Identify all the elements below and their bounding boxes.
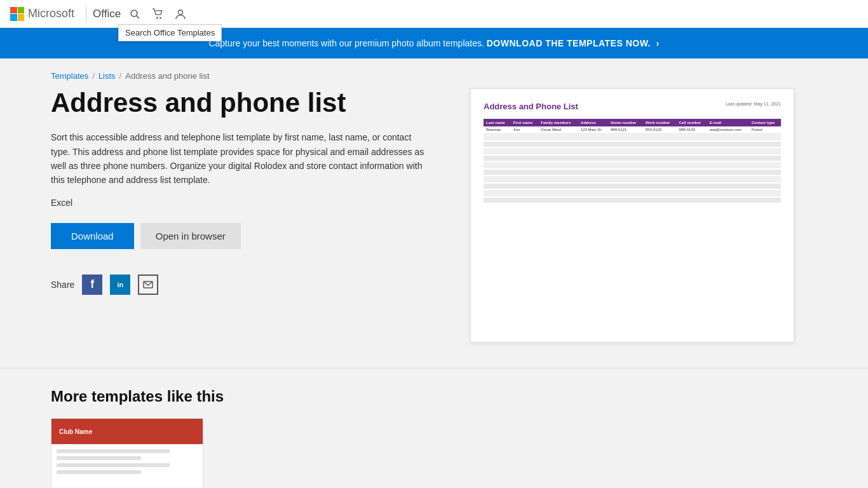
template-description: Sort this accessible address and telepho… [51, 130, 432, 187]
banner-cta[interactable]: DOWNLOAD THE TEMPLATES NOW. › [487, 38, 660, 48]
email-share-button[interactable] [138, 274, 158, 295]
preview-content: Address and Phone List Last updated: May… [484, 102, 781, 204]
template-info: Address and phone list Sort this accessi… [51, 88, 432, 295]
content-wrapper: Templates / Lists / Address and phone li… [0, 58, 868, 488]
col-family-members: Family members [538, 119, 578, 126]
template-card-1[interactable]: Club Name [51, 418, 203, 488]
cell-work: 555-0133 [643, 126, 677, 133]
download-button[interactable]: Download [51, 223, 134, 249]
linkedin-share-button[interactable]: in [110, 274, 130, 295]
col-email: E-mail [707, 119, 749, 126]
breadcrumb-current: Address and phone list [125, 71, 209, 81]
cell-email: aaa@contoso.com [707, 126, 749, 133]
cell-last-name: Bowman [484, 126, 511, 133]
more-templates-section: More templates like this Club Name [0, 368, 868, 488]
office-text: Office [93, 8, 121, 20]
header-icons [125, 4, 191, 24]
ms-logo-icon [10, 7, 24, 21]
cell-family: Oscar Ward [538, 126, 578, 133]
card-line-4 [57, 470, 141, 474]
search-tooltip: Search Office Templates [118, 24, 222, 41]
share-row: Share f in [51, 274, 432, 295]
preview-date: Last updated: May 11, 2021 [726, 102, 781, 106]
cell-cell: 888-0133 [677, 126, 707, 133]
template-detail: Address and phone list Sort this accessi… [0, 88, 868, 368]
table-row-empty-10 [484, 197, 781, 203]
table-row-empty-9 [484, 189, 781, 197]
col-first-name: First name [511, 119, 538, 126]
template-app-type: Excel [51, 198, 432, 208]
table-row-empty-4 [484, 155, 781, 161]
preview-table: Last name First name Family members Addr… [484, 119, 781, 204]
cart-button[interactable] [147, 4, 168, 24]
col-contact-type: Contact type [749, 119, 781, 126]
breadcrumb-lists-link[interactable]: Lists [98, 71, 116, 81]
col-address: Address [578, 119, 608, 126]
card-content-lines [51, 444, 203, 482]
microsoft-logo[interactable]: Microsoft [10, 7, 74, 21]
breadcrumb: Templates / Lists / Address and phone li… [0, 58, 868, 88]
table-row-empty-2 [484, 141, 781, 147]
cell-contact-type: Friend [749, 126, 781, 133]
table-row-empty-6 [484, 169, 781, 175]
cell-home: 888-0121 [608, 126, 643, 133]
table-row-empty-3 [484, 147, 781, 155]
col-cell-number: Cell number [677, 119, 707, 126]
preview-header-row: Address and Phone List Last updated: May… [484, 102, 781, 111]
breadcrumb-sep-2: / [119, 71, 122, 81]
table-row: Bowman Ann Oscar Ward 123 Main St. 888-0… [484, 126, 781, 133]
account-icon [175, 8, 186, 20]
table-row-empty-8 [484, 183, 781, 189]
card-line-3 [57, 463, 170, 467]
more-templates-title: More templates like this [51, 388, 817, 405]
preview-doc-title: Address and Phone List [484, 102, 578, 111]
svg-line-1 [137, 16, 139, 18]
search-button[interactable] [125, 4, 145, 24]
svg-point-4 [179, 10, 183, 14]
preview-last-updated-label: Last updated: [726, 102, 752, 106]
mail-icon-svg [143, 281, 153, 288]
page-header: Microsoft Office Search Office Templates [0, 0, 868, 28]
template-preview: Address and Phone List Last updated: May… [470, 88, 794, 342]
template-title: Address and phone list [51, 88, 432, 118]
cell-first-name: Ann [511, 126, 538, 133]
share-label: Share [51, 280, 74, 290]
card-red-header: Club Name [51, 419, 203, 444]
breadcrumb-templates-link[interactable]: Templates [51, 71, 88, 81]
table-row-empty-5 [484, 161, 781, 169]
banner-cta-text: DOWNLOAD THE TEMPLATES NOW. [487, 38, 651, 48]
templates-row: Club Name [51, 418, 817, 488]
preview-table-body: Bowman Ann Oscar Ward 123 Main St. 888-0… [484, 126, 781, 203]
preview-last-updated-date: May 11, 2021 [754, 102, 781, 106]
action-buttons: Download Open in browser [51, 223, 432, 249]
open-in-browser-button[interactable]: Open in browser [140, 223, 241, 249]
account-button[interactable] [170, 4, 191, 24]
microsoft-text: Microsoft [28, 7, 74, 20]
svg-point-0 [131, 10, 137, 17]
facebook-share-button[interactable]: f [82, 274, 102, 295]
header-divider [86, 5, 86, 23]
facebook-icon: f [90, 278, 94, 291]
banner-chevron-icon: › [656, 38, 659, 48]
card-line-2 [57, 456, 141, 460]
card-club-name: Club Name [59, 428, 92, 435]
cart-icon [152, 8, 163, 20]
banner-text: Capture your best moments with our premi… [208, 38, 484, 48]
table-row-empty-1 [484, 133, 781, 141]
breadcrumb-sep-1: / [92, 71, 95, 81]
table-row-empty-7 [484, 175, 781, 183]
col-work-number: Work number [643, 119, 677, 126]
template-card-preview-1: Club Name [51, 419, 203, 488]
linkedin-icon: in [117, 281, 123, 288]
col-last-name: Last name [484, 119, 511, 126]
col-home-number: Home number [608, 119, 643, 126]
cell-address: 123 Main St. [578, 126, 608, 133]
preview-table-header: Last name First name Family members Addr… [484, 119, 781, 126]
card-line-1 [57, 449, 170, 453]
svg-point-3 [159, 17, 161, 18]
search-icon [130, 9, 140, 19]
svg-point-2 [156, 17, 158, 18]
